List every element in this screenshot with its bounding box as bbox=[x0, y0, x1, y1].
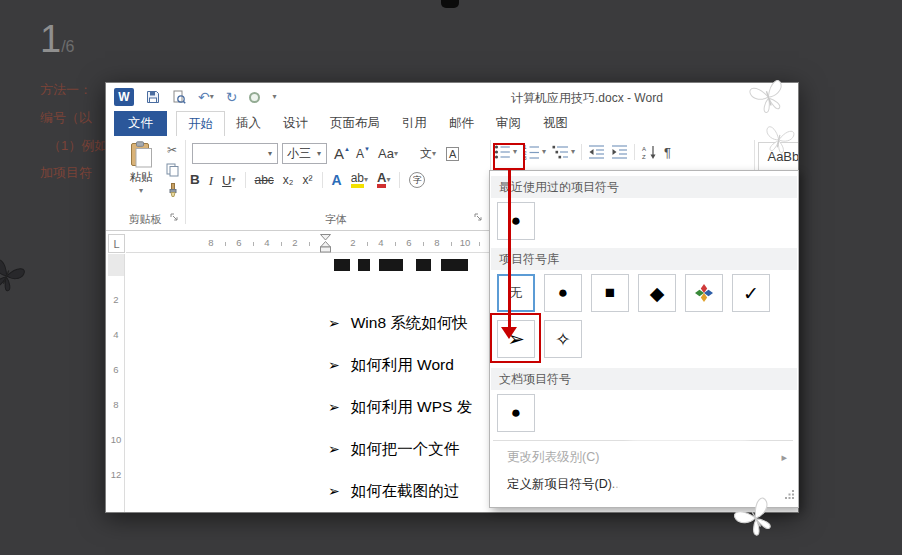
subscript-button[interactable]: x₂ bbox=[283, 174, 294, 186]
bullet-option-none[interactable]: 无 bbox=[497, 274, 535, 312]
annotation-box-arrow-bullet bbox=[490, 313, 541, 363]
character-border-button[interactable]: A bbox=[444, 143, 461, 164]
ruler-number: 10 bbox=[108, 434, 124, 445]
bullet-option-recent-dot[interactable]: ● bbox=[497, 202, 535, 240]
superscript-button[interactable]: x² bbox=[303, 174, 313, 186]
font-group-label: 字体 bbox=[186, 212, 486, 227]
bullet-line: ➢Win8 系统如何快 bbox=[328, 312, 468, 334]
ruler-number: 8 bbox=[108, 399, 124, 410]
clipped-heading-mark bbox=[334, 259, 350, 271]
strikethrough-button[interactable]: abc bbox=[255, 174, 274, 186]
tab-mailings[interactable]: 邮件 bbox=[438, 111, 485, 136]
bullet-library-row-1: 无 ● ■ ◆ ✓ bbox=[497, 274, 770, 312]
save-icon[interactable] bbox=[146, 88, 160, 106]
bullet-option-doc-dot[interactable]: ● bbox=[497, 394, 535, 432]
page-number: 1 bbox=[40, 18, 61, 60]
undo-icon[interactable]: ↶▾ bbox=[198, 88, 214, 106]
document-bullets-row: ● bbox=[497, 394, 535, 432]
line-text: 如何把一个文件 bbox=[351, 439, 460, 460]
tab-review[interactable]: 审阅 bbox=[485, 111, 532, 136]
font-color-button[interactable]: A▾ bbox=[377, 172, 390, 188]
change-case-caret-icon: ▾ bbox=[394, 150, 398, 158]
ruler-number: 2 bbox=[347, 237, 359, 248]
font-name-select[interactable]: ▾ bbox=[192, 143, 278, 164]
font-size-select[interactable]: 小三 ▾ bbox=[282, 143, 327, 164]
bullet-option-star[interactable]: ✧ bbox=[544, 320, 582, 358]
tab-design[interactable]: 设计 bbox=[272, 111, 319, 136]
vertical-ruler[interactable]: 2 4 6 8 10 12 bbox=[108, 254, 125, 513]
copy-icon[interactable] bbox=[163, 162, 181, 178]
tab-insert[interactable]: 插入 bbox=[225, 111, 272, 136]
numbering-button[interactable]: 123 ▾ bbox=[523, 142, 546, 162]
qat-customize-icon[interactable]: ▾ bbox=[272, 88, 276, 106]
arrow-bullet: ➢ bbox=[328, 357, 340, 373]
ruler-number: 2 bbox=[108, 294, 124, 305]
underline-button[interactable]: U▾ bbox=[222, 174, 235, 187]
print-preview-icon[interactable] bbox=[172, 88, 186, 106]
undo-caret-icon: ▾ bbox=[210, 93, 214, 101]
change-case-button[interactable]: Aa▾ bbox=[376, 143, 400, 164]
highlight-caret-icon: ▾ bbox=[364, 176, 368, 184]
font-size-value: 小三 bbox=[283, 145, 312, 162]
grow-font-button[interactable]: A▲ bbox=[332, 143, 352, 164]
bold-button[interactable]: B bbox=[190, 173, 200, 187]
text-effects-button[interactable]: A bbox=[332, 173, 342, 187]
phonetic-caret-icon: ▾ bbox=[432, 150, 436, 158]
ruler-number: 12 bbox=[108, 469, 124, 480]
highlight-button[interactable]: ab▾ bbox=[351, 173, 368, 188]
bullet-option-colored-diamonds[interactable] bbox=[685, 274, 723, 312]
ruler-number: 4 bbox=[108, 329, 124, 340]
font-format-row: B I U▾ abc x₂ x² A ab▾ A▾ 字 bbox=[190, 169, 425, 191]
format-painter-icon[interactable] bbox=[163, 182, 181, 198]
tab-references[interactable]: 引用 bbox=[391, 111, 438, 136]
background-mark bbox=[441, 0, 459, 8]
bullet-option-diamond[interactable]: ◆ bbox=[638, 274, 676, 312]
increase-indent-button[interactable] bbox=[611, 142, 628, 162]
bullet-option-dot[interactable]: ● bbox=[544, 274, 582, 312]
window-title: 计算机应用技巧.docx - Word bbox=[511, 90, 663, 107]
show-marks-button[interactable]: ¶ bbox=[664, 142, 671, 162]
italic-button[interactable]: I bbox=[209, 174, 213, 187]
decrease-indent-icon bbox=[588, 144, 605, 160]
ruler-number: 2 bbox=[289, 237, 301, 248]
ruler-number: 6 bbox=[108, 364, 124, 375]
paste-icon bbox=[130, 141, 153, 168]
paste-button[interactable]: 粘贴 ▾ bbox=[120, 141, 162, 209]
shrink-font-button[interactable]: A▼ bbox=[354, 143, 372, 164]
tab-view[interactable]: 视图 bbox=[532, 111, 579, 136]
tab-page-layout[interactable]: 页面布局 bbox=[319, 111, 391, 136]
ruler-number: 6 bbox=[233, 237, 245, 248]
ribbon-tab-bar: 文件 开始 插入 设计 页面布局 引用 邮件 审阅 视图 bbox=[106, 111, 798, 136]
clipboard-mini-buttons: ✂ bbox=[163, 142, 181, 198]
cut-icon[interactable]: ✂ bbox=[163, 142, 181, 158]
phonetic-guide-button[interactable]: 文▾ bbox=[418, 143, 438, 164]
font-size-caret-icon: ▾ bbox=[312, 149, 326, 158]
ruler-number: 4 bbox=[261, 237, 273, 248]
redo-icon[interactable]: ↻ bbox=[226, 88, 238, 106]
ruler-number: 10 bbox=[459, 237, 471, 248]
decrease-indent-button[interactable] bbox=[588, 142, 605, 162]
line-text: Win8 系统如何快 bbox=[351, 313, 468, 334]
tab-selector[interactable]: L bbox=[108, 234, 125, 253]
clipped-heading-mark bbox=[379, 259, 403, 271]
multilevel-list-button[interactable]: ▾ bbox=[552, 142, 575, 162]
title-bar: W ↶▾ ↻ ▾ 计算机应用技巧.docx - Word bbox=[106, 83, 798, 111]
resize-grip-icon[interactable] bbox=[784, 486, 795, 504]
bullet-line: ➢如何在截图的过 bbox=[328, 480, 459, 502]
sort-button[interactable]: AZ bbox=[641, 142, 658, 162]
tab-file[interactable]: 文件 bbox=[114, 111, 167, 136]
bullet-option-check[interactable]: ✓ bbox=[732, 274, 770, 312]
font-dialog-launcher-icon[interactable] bbox=[474, 211, 483, 225]
clipboard-dialog-launcher-icon[interactable] bbox=[170, 211, 179, 225]
svg-text:Z: Z bbox=[642, 154, 646, 160]
page-indicator: 1/6 bbox=[40, 18, 74, 61]
ruler-number: 4 bbox=[375, 237, 387, 248]
bullet-library-header: 项目符号库 bbox=[491, 248, 797, 270]
sort-icon: AZ bbox=[641, 144, 658, 160]
ruler-number: 6 bbox=[403, 237, 415, 248]
bullet-option-square[interactable]: ■ bbox=[591, 274, 629, 312]
indent-markers[interactable] bbox=[320, 234, 331, 253]
enclose-character-button[interactable]: 字 bbox=[409, 172, 425, 188]
tab-home[interactable]: 开始 bbox=[176, 111, 225, 136]
quick-access-toolbar: W ↶▾ ↻ ▾ bbox=[114, 88, 277, 106]
